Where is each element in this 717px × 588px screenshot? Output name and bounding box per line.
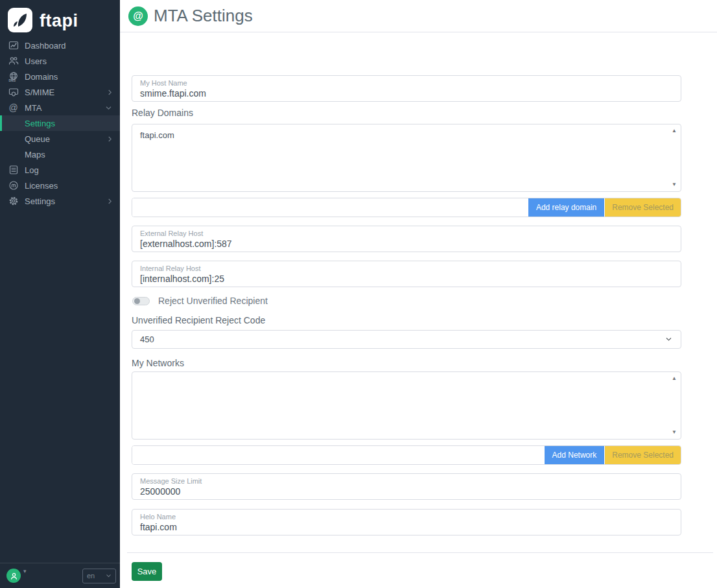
sidebar-item-label: Queue [25,134,50,144]
reject-code-value: 450 [140,335,154,344]
domains-icon: DNS [8,71,19,82]
page-title: MTA Settings [154,6,253,26]
helo-name-field[interactable]: Helo Name [132,509,681,535]
remove-relay-domain-button[interactable]: Remove Selected [605,198,681,217]
sidebar-item-label: Users [25,56,47,66]
footer-divider [127,552,713,553]
sidebar-item-label: Dashboard [25,41,66,51]
my-host-name-input[interactable] [140,88,673,99]
reject-code-select[interactable]: 450 [132,330,681,349]
sidebar-subitem-mta-queue[interactable]: Queue [0,131,120,147]
save-button[interactable]: Save [132,562,162,581]
sidebar-item-licenses[interactable]: Licenses [0,178,120,193]
sidebar-subitem-mta-maps[interactable]: Maps [0,147,120,162]
brand-name: ftapi [40,11,78,31]
sidebar-item-label: Maps [25,150,45,159]
reject-unverified-row: Reject Unverified Recipient [132,295,693,307]
language-select[interactable]: en [82,569,116,583]
sidebar-item-users[interactable]: Users [0,53,120,69]
relay-domain-add-row: Add relay domain Remove Selected [132,198,681,217]
at-icon: @ [128,6,148,26]
external-relay-host-input[interactable] [140,238,673,250]
chevron-down-icon [665,337,672,342]
sidebar-item-mta[interactable]: @ MTA [0,100,120,115]
sidebar-footer: ▾ en [0,563,120,588]
sidebar-item-label: Licenses [25,181,58,191]
chevron-right-icon [108,135,112,143]
page-header: @ MTA Settings [120,0,717,32]
message-size-limit-field[interactable]: Message Size Limit [132,473,681,500]
sidebar-subitem-mta-settings[interactable]: Settings [0,115,120,131]
remove-network-button[interactable]: Remove Selected [605,446,681,464]
sidebar-item-label: Settings [25,119,55,128]
app-window: ftapi Dashboard [0,0,717,588]
network-add-row: Add Network Remove Selected [132,445,681,465]
sidebar-item-dashboard[interactable]: Dashboard [0,38,120,53]
scroll-up-icon[interactable]: ▲ [672,376,677,381]
users-icon [8,56,19,67]
reject-unverified-toggle[interactable] [132,297,150,305]
my-host-name-label: My Host Name [140,79,673,88]
licenses-icon [8,180,19,191]
gear-icon [8,196,19,207]
smime-icon [8,87,19,98]
main-content: @ MTA Settings My Host Name Relay Domain… [120,0,717,588]
scroll-up-icon[interactable]: ▲ [672,128,677,134]
svg-text:DNS: DNS [8,78,16,82]
avatar[interactable] [6,569,21,583]
chevron-right-icon [108,198,112,205]
sidebar-item-label: MTA [25,103,41,113]
internal-relay-host-field[interactable]: Internal Relay Host [132,261,681,287]
mta-settings-form: My Host Name Relay Domains ftapi.com ▲ ▼… [120,32,693,581]
reject-code-label: Unverified Recipient Reject Code [132,315,693,325]
add-network-button[interactable]: Add Network [545,446,605,464]
ftapi-logo-icon [8,8,32,35]
mta-icon: @ [8,102,19,113]
sidebar-item-label: S/MIME [25,88,54,97]
caret-down-icon: ▾ [23,568,27,574]
external-relay-host-label: External Relay Host [140,229,673,238]
my-host-name-field[interactable]: My Host Name [132,75,681,102]
sidebar-item-settings[interactable]: Settings [0,193,120,209]
sidebar-nav: Dashboard Users [0,36,120,209]
scroll-down-icon[interactable]: ▼ [672,430,677,435]
external-relay-host-field[interactable]: External Relay Host [132,226,681,252]
chevron-down-icon [105,106,112,110]
relay-domain-input[interactable] [132,198,528,217]
sidebar-item-label: Log [25,165,39,175]
chevron-down-icon [106,574,112,578]
language-value: en [87,572,95,580]
helo-name-input[interactable] [140,521,673,533]
internal-relay-host-input[interactable] [140,273,673,285]
sidebar-item-label: Domains [25,72,58,82]
relay-domain-list-item[interactable]: ftapi.com [140,130,665,141]
chevron-right-icon [108,89,112,96]
sidebar-item-label: Settings [25,196,55,206]
sidebar: ftapi Dashboard [0,0,120,588]
scroll-down-icon[interactable]: ▼ [672,182,677,187]
my-networks-listbox[interactable]: ▲ ▼ [132,371,681,440]
relay-domains-listbox[interactable]: ftapi.com ▲ ▼ [132,124,681,192]
sidebar-item-domains[interactable]: DNS Domains [0,69,120,84]
sidebar-item-log[interactable]: Log [0,162,120,178]
reject-unverified-label: Reject Unverified Recipient [158,296,268,306]
network-input[interactable] [132,446,545,464]
relay-domains-label: Relay Domains [132,108,693,118]
helo-name-label: Helo Name [140,513,673,521]
log-icon [8,165,19,176]
message-size-limit-input[interactable] [140,486,673,497]
internal-relay-host-label: Internal Relay Host [140,265,673,273]
sidebar-item-smime[interactable]: S/MIME [0,84,120,100]
message-size-limit-label: Message Size Limit [140,477,673,486]
add-relay-domain-button[interactable]: Add relay domain [528,198,604,217]
brand[interactable]: ftapi [0,0,120,36]
my-networks-label: My Networks [132,358,693,368]
dashboard-icon [8,40,19,51]
